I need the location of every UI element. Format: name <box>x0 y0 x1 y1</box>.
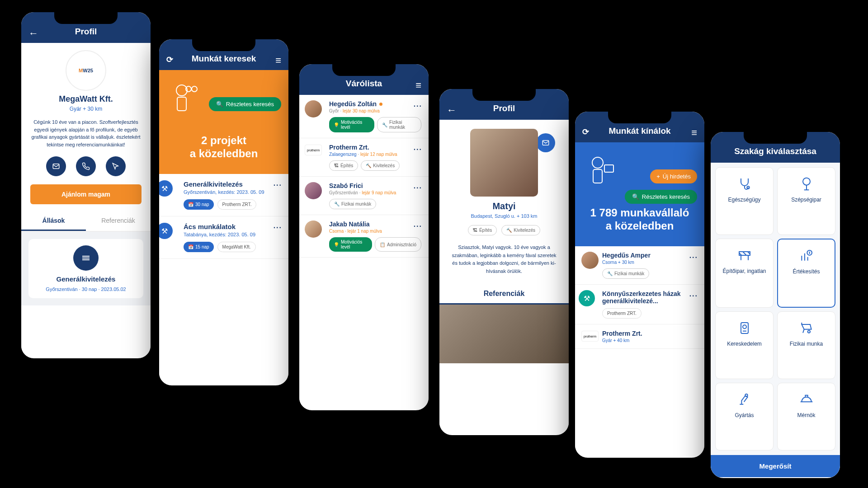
avatar <box>305 100 322 117</box>
worker-location: Csorna + 30 km <box>602 260 697 265</box>
avatar <box>305 182 322 199</box>
mail-button[interactable] <box>536 133 555 152</box>
more-icon[interactable]: ··· <box>414 184 422 192</box>
more-icon[interactable]: ··· <box>689 253 698 262</box>
robot-arm-icon <box>719 391 769 408</box>
more-icon[interactable]: ··· <box>689 292 698 300</box>
job-title: Könnyűszerkezetes házak generálkivitelez… <box>602 290 697 305</box>
job-card[interactable]: Generálkivitelezés Győrszentiván · 30 na… <box>28 239 143 298</box>
category-health[interactable]: Egészségügy <box>715 167 774 235</box>
physical-tag: 🔧 Fizikai munkák <box>377 117 421 132</box>
construction-icon: ⚒ <box>159 180 173 197</box>
construction-icon: ⚒ <box>579 290 595 306</box>
list-item[interactable]: ··· Hegedűs Amper Csorna + 30 km 🔧 Fizik… <box>575 246 704 285</box>
svg-point-1 <box>176 85 187 96</box>
jobs-section: Generálkivitelezés Győrszentiván · 30 na… <box>21 232 151 305</box>
list-item[interactable]: protherm ··· Protherm Zrt. Zalaegerszeg … <box>299 138 429 177</box>
page-title: Munkát keresek <box>192 54 256 63</box>
category-label: Gyártás <box>719 412 769 418</box>
list-item[interactable]: ··· Jakab Natália Csorna · lejár 1 nap m… <box>299 215 429 258</box>
list-item[interactable]: ··· Hegedűs Zoltán Győr · lejár 30 nap m… <box>299 95 429 138</box>
content: Matyi Budapest, Szugló u. + 103 km 🏗 Épí… <box>439 120 569 434</box>
recommend-button[interactable]: Ajánlom magam <box>30 184 142 204</box>
new-ad-button[interactable]: + Új hirdetés <box>650 169 697 183</box>
list-item[interactable]: ⚒ ··· Generálkivitelezés Győrszentiván, … <box>159 174 288 216</box>
email-icon[interactable] <box>46 156 66 176</box>
list-item[interactable]: protherm Protherm Zrt. Gyár + 40 km <box>575 324 704 349</box>
list-item[interactable]: ⚒ ··· Könnyűszerkezetes házak generálkiv… <box>575 285 704 324</box>
skill-tags: 🏗 Építés 🔨 Kivitelezés <box>439 225 569 235</box>
back-icon[interactable]: ← <box>28 28 38 39</box>
motivation-tag: 💡 Motivációs levél <box>329 117 374 132</box>
company-logo: MW25 <box>66 50 106 91</box>
stethoscope-icon <box>719 176 769 192</box>
phone-icon[interactable] <box>76 156 96 176</box>
days-chip: 📅 30 nap <box>184 199 214 210</box>
hero: 🔍 Részletes keresés 2 projekt a közeledb… <box>159 70 288 174</box>
category-engineer[interactable]: Mérnök <box>777 383 835 450</box>
physical-tag: 🔧 Fizikai munkák <box>329 199 376 209</box>
category-label: Egészségügy <box>719 197 769 203</box>
person-briefcase-icon <box>580 151 625 197</box>
hero-title: 2 projekt a közeledben <box>159 134 288 160</box>
page-title: Profil <box>493 103 515 113</box>
item-subtitle: Tatabánya, kezdés: 2023. 05. 09 <box>184 232 281 237</box>
category-label: Fizikai munka <box>781 341 831 347</box>
svg-point-14 <box>743 325 746 328</box>
avatar <box>581 252 599 269</box>
refresh-icon[interactable]: ⟳ <box>166 55 173 65</box>
more-icon[interactable]: ··· <box>414 102 422 110</box>
avatar <box>305 221 322 238</box>
svg-point-10 <box>803 178 810 185</box>
list-item[interactable]: ⚒ ··· Ács munkálatok Tatabánya, kezdés: … <box>159 216 288 259</box>
more-icon[interactable]: ··· <box>274 181 282 189</box>
phone-profile-person: ← Profil Matyi Budapest, Szugló u. + 103… <box>434 84 574 441</box>
logo-text: MW25 <box>79 68 93 73</box>
more-icon[interactable]: ··· <box>414 145 422 154</box>
more-icon[interactable]: ··· <box>274 224 282 232</box>
content: + Új hirdetés 🔍 Részletes keresés 1 789 … <box>575 142 704 457</box>
chart-dollar-icon <box>782 248 831 264</box>
hero-title: 1 789 munkavállaló a közeledben <box>575 206 704 233</box>
menu-icon[interactable]: ≡ <box>415 80 421 91</box>
category-commerce[interactable]: Kereskedelem <box>715 311 774 379</box>
cursor-icon[interactable] <box>106 156 126 176</box>
company-logo: protherm <box>581 331 599 342</box>
reference-image <box>439 305 569 363</box>
back-icon[interactable]: ← <box>447 104 457 116</box>
svg-point-15 <box>807 330 810 333</box>
detailed-search-button[interactable]: 🔍 Részletes keresés <box>209 97 281 111</box>
exec-tag: 🔨 Kivitelezés <box>501 225 540 235</box>
phone-profile-company: ← Profil MW25 MegaWatt Kft. Gyár + 30 km… <box>16 7 156 364</box>
more-icon[interactable]: ··· <box>414 222 422 230</box>
category-label: Építőipar, ingatlan <box>719 268 769 274</box>
category-sales[interactable]: Értékesítés <box>777 239 835 307</box>
references-header[interactable]: Referenciák <box>439 284 569 305</box>
confirm-button[interactable]: Megerősít <box>711 455 840 477</box>
menu-icon[interactable]: ≡ <box>275 55 281 66</box>
tab-jobs[interactable]: Állások <box>21 211 86 231</box>
category-manufacturing[interactable]: Gyártás <box>715 383 774 450</box>
category-grid: Egészségügy Szépségipar Építőipar, ingat… <box>711 163 840 455</box>
svg-rect-8 <box>604 165 613 172</box>
exec-tag: 🔨 Kivitelezés <box>361 160 400 171</box>
tab-references[interactable]: Referenciák <box>86 211 151 231</box>
detailed-search-button[interactable]: 🔍 Részletes keresés <box>625 190 697 204</box>
category-label: Értékesítés <box>782 268 831 275</box>
category-label: Szépségipar <box>781 197 831 203</box>
svg-rect-2 <box>177 97 186 111</box>
mirror-icon <box>781 176 831 192</box>
refresh-icon[interactable]: ⟳ <box>582 127 589 137</box>
category-construction[interactable]: Építőipar, ingatlan <box>715 239 774 307</box>
item-title: Ács munkálatok <box>184 223 281 230</box>
company-name: MegaWatt Kft. <box>21 94 151 104</box>
category-beauty[interactable]: Szépségipar <box>777 167 835 235</box>
company-description: Cégünk 10 éve van a piacon. Szoftverfejl… <box>21 118 151 148</box>
person-name: Jakab Natália <box>329 221 421 228</box>
menu-icon[interactable]: ≡ <box>691 127 697 139</box>
category-physical[interactable]: Fizikai munka <box>777 311 835 379</box>
job-meta: Győrszentiván · 30 nap · 2023.05.02 <box>35 286 137 292</box>
list-item[interactable]: ··· Szabó Frici Győrszentiván · lejár 9 … <box>299 177 429 215</box>
svg-point-4 <box>192 86 197 92</box>
category-label: Mérnök <box>781 412 831 418</box>
